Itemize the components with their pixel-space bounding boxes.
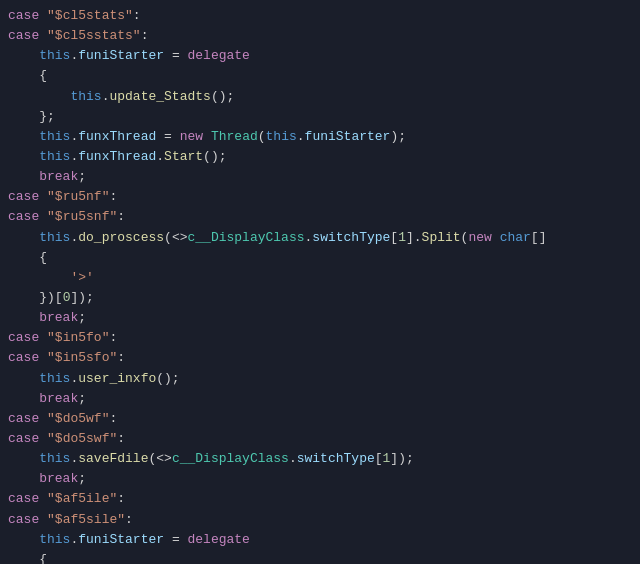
code-line: case "$ru5nf": [0,187,640,207]
code-line: this.funiStarter = delegate [0,530,640,550]
code-line: case "$af5ile": [0,489,640,509]
code-line: this.saveFdile(<>c__DisplayClass.switchT… [0,449,640,469]
code-line: case "$cl5sstats": [0,26,640,46]
code-editor: case "$cl5stats": case "$cl5sstats": thi… [0,0,640,564]
code-line: this.user_inxfo(); [0,369,640,389]
code-line: }; [0,107,640,127]
code-line: this.funxThread = new Thread(this.funiSt… [0,127,640,147]
code-line: break; [0,469,640,489]
code-line: break; [0,389,640,409]
code-line: case "$af5sile": [0,510,640,530]
code-line: })[0]); [0,288,640,308]
code-line: { [0,248,640,268]
code-line: this.update_Stadts(); [0,87,640,107]
code-line: '>' [0,268,640,288]
code-line: this.funiStarter = delegate [0,46,640,66]
code-line: break; [0,308,640,328]
code-line: { [0,550,640,564]
code-line: this.do_proscess(<>c__DisplayClass.switc… [0,228,640,248]
code-line: case "$do5swf": [0,429,640,449]
code-line: { [0,66,640,86]
code-line: case "$in5sfo": [0,348,640,368]
code-line: case "$in5fo": [0,328,640,348]
code-line: case "$ru5snf": [0,207,640,227]
code-line: case "$do5wf": [0,409,640,429]
code-line: case "$cl5stats": [0,6,640,26]
code-line: this.funxThread.Start(); [0,147,640,167]
code-line: break; [0,167,640,187]
